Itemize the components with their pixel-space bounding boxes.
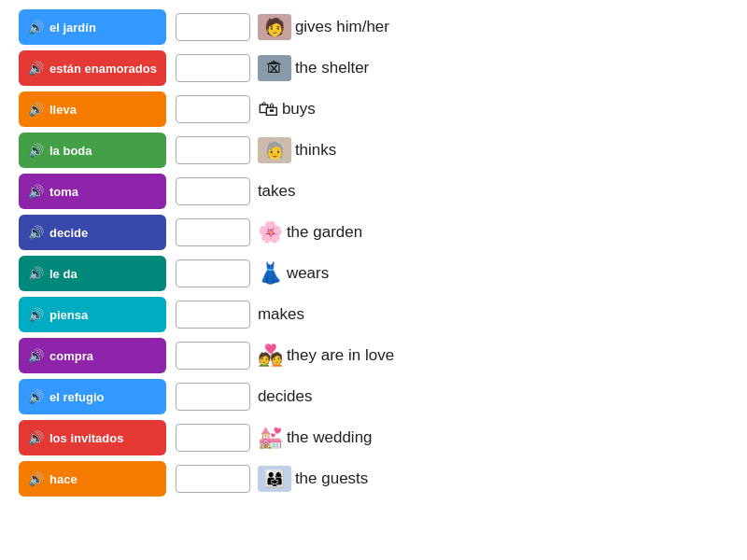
word-label-decide: decide <box>49 226 88 240</box>
match-row-wears: 👗wears <box>176 256 728 291</box>
match-icon-wedding: 💒 <box>258 427 283 448</box>
speaker-icon: 🔊 <box>28 430 44 445</box>
word-btn-el-refugio[interactable]: 🔊el refugio <box>19 379 166 414</box>
word-label-estan-enamorados: están enamorados <box>49 62 157 76</box>
match-text-garden: the garden <box>287 223 362 242</box>
match-label-decides: decides <box>258 387 313 406</box>
word-btn-lleva[interactable]: 🔊lleva <box>19 91 166 127</box>
word-btn-compra[interactable]: 🔊compra <box>19 338 166 373</box>
match-row-makes: makes <box>176 297 728 332</box>
word-btn-le-da[interactable]: 🔊le da <box>19 256 166 291</box>
word-label-piensa: piensa <box>49 308 88 322</box>
match-text-thinks: thinks <box>295 141 336 160</box>
word-label-compra: compra <box>49 349 93 363</box>
word-btn-toma[interactable]: 🔊toma <box>19 174 166 209</box>
match-input-in-love[interactable] <box>176 342 250 370</box>
word-label-la-boda: la boda <box>49 144 92 158</box>
speaker-icon: 🔊 <box>28 184 44 199</box>
word-btn-estan-enamorados[interactable]: 🔊están enamorados <box>19 50 166 86</box>
word-btn-hace[interactable]: 🔊hace <box>19 461 166 497</box>
match-row-garden: 🌸the garden <box>176 215 728 250</box>
match-row-decides: decides <box>176 379 728 414</box>
match-icon-wears: 👗 <box>258 263 283 284</box>
match-text-takes: takes <box>258 182 296 201</box>
match-input-makes[interactable] <box>176 301 250 329</box>
main-container: 🔊el jardín🔊están enamorados🔊lleva🔊la bod… <box>0 0 747 560</box>
word-label-lleva: lleva <box>49 103 77 117</box>
match-input-takes[interactable] <box>176 177 250 205</box>
match-input-wears[interactable] <box>176 259 250 287</box>
match-text-buys: buys <box>282 100 316 119</box>
match-label-wears: 👗wears <box>258 263 329 284</box>
match-text-makes: makes <box>258 305 304 324</box>
match-icon-thinks: 🧓 <box>258 137 291 163</box>
match-label-in-love: 💑they are in love <box>258 345 394 366</box>
match-input-thinks[interactable] <box>176 136 250 164</box>
word-btn-los-invitados[interactable]: 🔊los invitados <box>19 420 166 455</box>
speaker-icon: 🔊 <box>28 102 44 117</box>
match-row-in-love: 💑they are in love <box>176 338 728 373</box>
match-icon-shelter: 🏚 <box>258 55 291 81</box>
left-column: 🔊el jardín🔊están enamorados🔊lleva🔊la bod… <box>19 9 166 551</box>
match-row-guests: 👨‍👩‍👧the guests <box>176 461 728 497</box>
speaker-icon: 🔊 <box>28 471 44 486</box>
word-label-hace: hace <box>49 472 78 486</box>
match-input-guests[interactable] <box>176 465 250 493</box>
word-label-los-invitados: los invitados <box>49 431 123 445</box>
speaker-icon: 🔊 <box>28 348 44 363</box>
word-btn-el-jardin[interactable]: 🔊el jardín <box>19 9 166 45</box>
match-input-buys[interactable] <box>176 95 250 123</box>
word-btn-piensa[interactable]: 🔊piensa <box>19 297 166 332</box>
match-input-gives[interactable] <box>176 13 250 41</box>
right-column: 🧑gives him/her🏚the shelter🛍buys🧓thinksta… <box>176 9 728 551</box>
speaker-icon: 🔊 <box>28 389 44 404</box>
match-text-shelter: the shelter <box>295 59 369 77</box>
match-row-takes: takes <box>176 174 728 209</box>
match-input-shelter[interactable] <box>176 54 250 82</box>
match-label-takes: takes <box>258 182 296 201</box>
match-label-wedding: 💒the wedding <box>258 427 373 448</box>
match-label-shelter: 🏚the shelter <box>258 55 369 81</box>
match-text-guests: the guests <box>295 469 368 488</box>
match-label-buys: 🛍buys <box>258 99 316 119</box>
match-row-gives: 🧑gives him/her <box>176 9 728 45</box>
speaker-icon: 🔊 <box>28 61 44 76</box>
match-label-gives: 🧑gives him/her <box>258 14 389 40</box>
match-label-thinks: 🧓thinks <box>258 137 336 163</box>
match-input-decides[interactable] <box>176 383 250 411</box>
match-label-guests: 👨‍👩‍👧the guests <box>258 466 368 492</box>
match-icon-buys: 🛍 <box>258 99 278 119</box>
match-text-wears: wears <box>287 264 329 283</box>
speaker-icon: 🔊 <box>28 225 44 240</box>
match-label-garden: 🌸the garden <box>258 222 362 243</box>
word-label-el-jardin: el jardín <box>49 21 96 35</box>
match-text-gives: gives him/her <box>295 18 389 36</box>
speaker-icon: 🔊 <box>28 266 44 281</box>
match-text-wedding: the wedding <box>287 428 373 447</box>
match-input-garden[interactable] <box>176 218 250 246</box>
match-icon-gives: 🧑 <box>258 14 291 40</box>
match-text-in-love: they are in love <box>287 346 394 365</box>
match-row-shelter: 🏚the shelter <box>176 50 728 86</box>
speaker-icon: 🔊 <box>28 307 44 322</box>
speaker-icon: 🔊 <box>28 143 44 158</box>
speaker-icon: 🔊 <box>28 20 44 35</box>
match-text-decides: decides <box>258 387 313 406</box>
word-btn-decide[interactable]: 🔊decide <box>19 215 166 250</box>
match-row-buys: 🛍buys <box>176 91 728 127</box>
word-label-toma: toma <box>49 185 78 199</box>
match-row-wedding: 💒the wedding <box>176 420 728 455</box>
word-label-el-refugio: el refugio <box>49 390 105 404</box>
match-input-wedding[interactable] <box>176 424 250 452</box>
match-icon-garden: 🌸 <box>258 222 283 243</box>
word-btn-la-boda[interactable]: 🔊la boda <box>19 133 166 168</box>
match-label-makes: makes <box>258 305 304 324</box>
word-label-le-da: le da <box>49 267 78 281</box>
match-icon-in-love: 💑 <box>258 345 283 366</box>
match-icon-guests: 👨‍👩‍👧 <box>258 466 291 492</box>
match-row-thinks: 🧓thinks <box>176 133 728 168</box>
